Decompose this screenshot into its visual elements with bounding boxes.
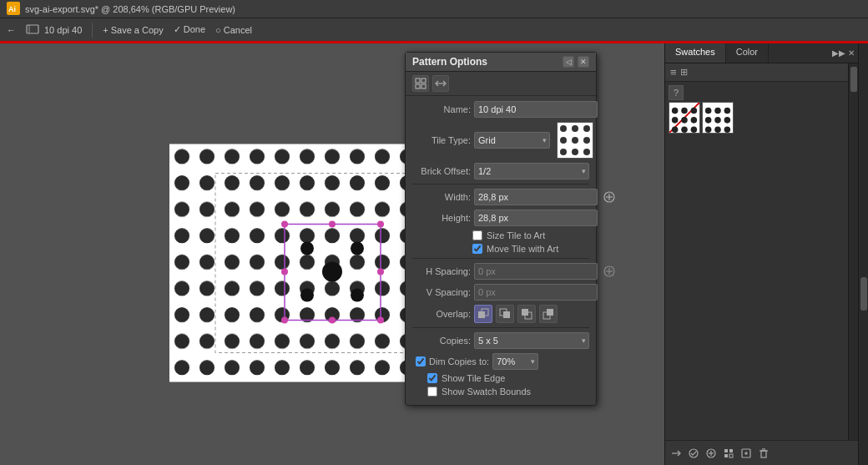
show-tile-edge-label[interactable]: Show Tile Edge <box>442 373 505 383</box>
svg-point-18 <box>351 241 364 255</box>
dialog-close-btn[interactable]: ✕ <box>578 56 589 68</box>
swatch-pattern-2[interactable] <box>702 102 734 134</box>
svg-point-19 <box>300 288 314 301</box>
cancel-button[interactable]: ○ Cancel <box>215 25 252 35</box>
swatch-grid-area: ? <box>665 82 858 440</box>
name-input[interactable] <box>474 101 598 118</box>
swatch-pattern-1[interactable] <box>669 102 700 134</box>
svg-point-15 <box>377 316 384 323</box>
width-label: Width: <box>412 192 471 202</box>
show-tile-edge-checkbox[interactable] <box>427 373 437 383</box>
copies-row: Copies: 5 x 5 3 x 3 7 x 7 <box>412 332 589 349</box>
back-icon: ← <box>7 25 16 35</box>
dialog-controls: ◁ ✕ <box>563 56 589 68</box>
fit-page-btn[interactable] <box>412 75 429 92</box>
tile-type-select-wrapper: Grid Brick by Row Brick by Column Hex by… <box>474 132 550 149</box>
save-copy-button[interactable]: + Save a Copy <box>103 25 163 35</box>
svg-point-12 <box>377 268 384 275</box>
panel-btn-delete[interactable] <box>756 446 771 461</box>
tab-swatches-label: Swatches <box>675 47 715 57</box>
tile-type-preview <box>557 122 593 159</box>
canvas-area[interactable]: Pattern Options ◁ ✕ Name: <box>0 43 664 465</box>
overlap-btn-1[interactable] <box>474 305 492 323</box>
panel-btn-new-color-group[interactable] <box>721 446 736 461</box>
size-tile-label[interactable]: Size Tile to Art <box>487 230 545 240</box>
swatch-none[interactable]: ? <box>669 85 684 100</box>
width-input[interactable] <box>474 189 598 205</box>
height-row: Height: <box>412 210 589 226</box>
panel-btn-new-swatch[interactable] <box>739 446 754 461</box>
panel-btn-show-kind[interactable] <box>686 446 701 461</box>
h-spacing-adjust-btn[interactable] <box>601 263 618 280</box>
move-tile-checkbox[interactable] <box>472 244 482 254</box>
tab-spacer <box>769 43 829 63</box>
scrollbar-thumb <box>850 67 857 92</box>
panel-btn-libraries[interactable] <box>669 446 684 461</box>
svg-point-11 <box>281 268 288 275</box>
svg-rect-21 <box>416 78 420 83</box>
dim-copies-checkbox[interactable] <box>416 356 426 366</box>
size-tile-checkbox[interactable] <box>472 230 482 240</box>
h-spacing-input[interactable] <box>474 263 598 280</box>
swatches-scrollbar[interactable] <box>848 63 858 440</box>
height-input[interactable] <box>474 210 598 226</box>
svg-point-62 <box>689 449 698 457</box>
back-button[interactable]: ← <box>7 25 16 35</box>
title-bar: Ai svg-ai-export.svg* @ 208,64% (RGB/GPU… <box>0 0 868 18</box>
close-panel-icon[interactable]: ✕ <box>848 48 855 58</box>
overlap-btn-2[interactable] <box>496 305 514 323</box>
tab-color-label: Color <box>736 47 758 57</box>
fit-width-btn[interactable] <box>432 75 449 92</box>
pattern-options-dialog: Pattern Options ◁ ✕ Name: <box>405 52 597 406</box>
svg-point-52 <box>705 108 712 114</box>
move-tile-row: Move Tile with Art <box>412 244 589 254</box>
tab-color[interactable]: Color <box>726 43 769 63</box>
collapse-panel-icon[interactable]: ▶▶ <box>832 48 845 58</box>
toolbar: ← 10 dpi 40 + Save a Copy ✓ Done ○ Cance… <box>0 18 868 43</box>
copies-select[interactable]: 5 x 5 3 x 3 7 x 7 <box>474 332 589 349</box>
show-swatch-bounds-checkbox[interactable] <box>427 387 437 397</box>
dim-copies-row: Dim Copies to: 70% 50% 80% <box>412 353 589 370</box>
svg-point-42 <box>672 108 679 114</box>
svg-rect-23 <box>416 84 420 88</box>
brick-offset-select[interactable]: 1/2 1/3 1/4 <box>474 163 589 179</box>
name-label: Name: <box>412 104 471 114</box>
v-spacing-label: V Spacing: <box>412 287 471 297</box>
svg-point-47 <box>691 117 698 124</box>
move-tile-label[interactable]: Move Tile with Art <box>487 244 558 254</box>
svg-point-16 <box>322 261 342 281</box>
overlap-label: Overlap: <box>412 309 471 319</box>
width-adjust-btn[interactable] <box>601 189 618 205</box>
dialog-titlebar[interactable]: Pattern Options ◁ ✕ <box>406 53 596 72</box>
svg-point-43 <box>681 108 688 114</box>
panel-grid-icon[interactable]: ⊞ <box>680 67 688 78</box>
svg-point-13 <box>281 316 288 323</box>
tab-swatches[interactable]: Swatches <box>665 43 726 63</box>
tile-type-select[interactable]: Grid Brick by Row Brick by Column Hex by… <box>474 132 550 149</box>
dim-copies-label[interactable]: Dim Copies to: <box>429 356 489 366</box>
v-spacing-input[interactable] <box>474 284 598 301</box>
tile-type-row: Tile Type: Grid Brick by Row Brick by Co… <box>412 122 589 159</box>
overlap-btn-3[interactable] <box>517 305 536 323</box>
overlap-btn-4[interactable] <box>539 305 558 323</box>
svg-rect-24 <box>421 84 426 88</box>
svg-point-14 <box>329 316 336 323</box>
dialog-collapse-btn[interactable]: ◁ <box>563 56 574 68</box>
brick-offset-row: Brick Offset: 1/2 1/3 1/4 <box>412 163 589 179</box>
divider-2 <box>412 258 589 259</box>
dim-copies-select[interactable]: 70% 50% 80% <box>492 353 538 370</box>
far-right-scrollbar[interactable] <box>858 43 868 465</box>
svg-point-60 <box>724 126 731 133</box>
svg-point-56 <box>714 117 721 124</box>
name-row: Name: <box>412 101 589 118</box>
main-layout: Pattern Options ◁ ✕ Name: <box>0 43 868 465</box>
swatch-row-1: ? <box>669 85 855 100</box>
panel-tabs: Swatches Color ▶▶ ✕ <box>665 43 858 63</box>
show-swatch-bounds-label[interactable]: Show Swatch Bounds <box>442 387 531 397</box>
done-button[interactable]: ✓ Done <box>174 24 205 35</box>
svg-rect-67 <box>729 449 733 452</box>
svg-point-58 <box>705 126 712 133</box>
panel-btn-swatch-options[interactable] <box>704 446 719 461</box>
svg-point-9 <box>329 220 336 227</box>
panel-menu-icon[interactable]: ≡ <box>670 66 677 78</box>
